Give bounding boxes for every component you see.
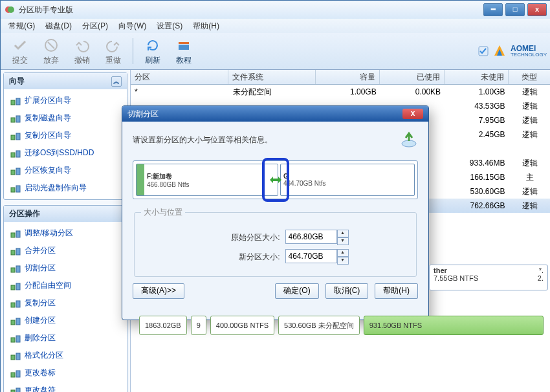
menu-settings[interactable]: 设置(S) — [151, 19, 188, 33]
close-button[interactable]: x — [527, 3, 547, 16]
sidebar-item[interactable]: 合并分区 — [6, 242, 124, 259]
orig-spin-up[interactable]: ▲ — [337, 230, 349, 237]
sidebar-item[interactable]: 复制分区 — [6, 294, 124, 312]
sidebar-item[interactable]: 分区恢复向导 — [6, 162, 124, 179]
svg-rect-8 — [16, 98, 20, 105]
svg-rect-11 — [11, 135, 15, 140]
titlebar: 分区助手专业版 ━ □ x — [1, 1, 550, 19]
svg-rect-14 — [16, 151, 20, 157]
svg-point-41 — [402, 140, 416, 147]
maximize-button[interactable]: □ — [505, 3, 525, 16]
segment-right[interactable]: G 464.70GB Ntfs — [280, 164, 415, 196]
sidebar-item[interactable]: 切割分区 — [6, 259, 124, 277]
svg-rect-19 — [11, 233, 15, 237]
svg-rect-18 — [16, 186, 20, 192]
refresh-button[interactable]: 刷新 — [137, 37, 168, 66]
svg-rect-25 — [11, 285, 15, 290]
app-icon — [5, 5, 15, 15]
partition-bar[interactable]: F:新加卷 466.80GB Ntfs G 464.70GB Ntfs — [133, 160, 418, 199]
new-spin-up[interactable]: ▲ — [337, 249, 349, 257]
svg-rect-15 — [11, 170, 15, 175]
disk-arrow-icon — [400, 131, 418, 149]
new-size-input[interactable] — [285, 249, 337, 263]
svg-rect-23 — [11, 268, 15, 272]
advanced-button[interactable]: 高级(A)>> — [133, 283, 184, 299]
commit-button[interactable]: 提交 — [5, 37, 36, 66]
dialog-message: 请设置新分区的大小与位置等相关信息。 — [133, 135, 272, 146]
disk-part2-cell[interactable]: 931.50GB NTFS — [364, 316, 544, 335]
collapse-icon[interactable]: ︽ — [111, 76, 122, 87]
svg-rect-38 — [16, 388, 20, 393]
disk-info-box[interactable]: ther*. 7.55GB NTFS2. — [429, 265, 548, 290]
redo-button[interactable]: 重做 — [98, 37, 129, 66]
disk-total-cell[interactable]: 1863.02GB — [139, 316, 187, 335]
svg-rect-13 — [11, 153, 15, 157]
orig-size-label: 原始分区大小: — [203, 232, 280, 243]
menu-disk[interactable]: 磁盘(D) — [40, 19, 77, 33]
sidebar-item[interactable]: 更改卷标 — [6, 364, 124, 382]
sidebar-item[interactable]: 格式化分区 — [6, 347, 124, 364]
group-legend: 大小与位置 — [141, 207, 185, 218]
dialog-titlebar[interactable]: 切割分区 x — [122, 106, 428, 122]
menu-help[interactable]: 帮助(H) — [188, 19, 225, 33]
minimize-button[interactable]: ━ — [483, 3, 503, 16]
orig-size-input[interactable] — [285, 230, 337, 244]
sidebar-item[interactable]: 启动光盘制作向导 — [6, 179, 124, 197]
svg-rect-31 — [11, 338, 15, 342]
ok-button[interactable]: 确定(O) — [275, 283, 318, 299]
orig-spin-down[interactable]: ▼ — [337, 237, 349, 245]
check-icon — [478, 46, 489, 56]
svg-rect-22 — [16, 248, 20, 255]
menu-wizard[interactable]: 向导(W) — [113, 19, 151, 33]
grid-header: 分区 文件系统 容量 已使用 未使用 类型 — [131, 70, 550, 85]
disk-part1-cell[interactable]: 400.00GB NTFS — [210, 316, 274, 335]
svg-point-1 — [8, 6, 14, 13]
svg-rect-20 — [16, 231, 20, 237]
new-spin-down[interactable]: ▼ — [337, 257, 349, 265]
sidebar-item[interactable]: 扩展分区向导 — [6, 92, 124, 109]
sidebar-item[interactable]: 更改盘符 — [6, 382, 124, 392]
dialog-close-button[interactable]: x — [402, 109, 423, 119]
svg-rect-16 — [16, 168, 20, 175]
menubar: 常规(G) 磁盘(D) 分区(P) 向导(W) 设置(S) 帮助(H) — [1, 19, 550, 33]
table-row[interactable]: *未分配空间1.00GB0.00KB1.00GB逻辑 — [131, 85, 550, 99]
menu-partition[interactable]: 分区(P) — [77, 19, 113, 33]
sidebar-item[interactable]: 创建分区 — [6, 312, 124, 329]
svg-rect-9 — [11, 118, 15, 122]
ops-panel-header[interactable]: 分区操作 — [4, 206, 127, 222]
split-partition-dialog: 切割分区 x 请设置新分区的大小与位置等相关信息。 F:新加卷 466.80GB… — [122, 105, 429, 320]
wizard-panel-header[interactable]: 向导︽ — [4, 73, 127, 89]
aomei-icon — [492, 44, 507, 58]
menu-general[interactable]: 常规(G) — [3, 19, 40, 33]
svg-rect-7 — [11, 100, 15, 105]
help-button[interactable]: 帮助(H) — [375, 283, 418, 299]
svg-rect-33 — [11, 355, 15, 360]
brand-logo[interactable]: AOMEITECHNOLOGY — [478, 44, 547, 58]
sidebar-item[interactable]: 复制分区向导 — [6, 127, 124, 144]
resize-arrow-icon[interactable] — [269, 175, 283, 184]
size-position-group: 大小与位置 原始分区大小: ▲▼ 新分区大小: ▲▼ — [134, 207, 417, 277]
tutorial-button[interactable]: 教程 — [168, 37, 199, 66]
undo-button[interactable]: 撤销 — [67, 37, 98, 66]
sidebar-item[interactable]: 迁移OS到SSD/HDD — [6, 144, 124, 162]
svg-rect-28 — [16, 301, 20, 307]
segment-left[interactable]: F:新加卷 466.80GB Ntfs — [136, 164, 278, 196]
svg-rect-4 — [179, 42, 189, 44]
sidebar-item[interactable]: 复制磁盘向导 — [6, 109, 124, 127]
cancel-button[interactable]: 取消(C) — [325, 283, 369, 299]
sidebar-item[interactable]: 调整/移动分区 — [6, 224, 124, 242]
svg-rect-17 — [11, 188, 15, 192]
svg-rect-30 — [16, 318, 20, 325]
disk-unalloc-cell[interactable]: 530.60GB 未分配空间 — [278, 316, 360, 335]
new-size-label: 新分区大小: — [203, 252, 280, 263]
sidebar: 向导︽ 扩展分区向导复制磁盘向导复制分区向导迁移OS到SSD/HDD分区恢复向导… — [1, 70, 131, 392]
sidebar-item[interactable]: 删除分区 — [6, 329, 124, 347]
svg-rect-36 — [16, 371, 20, 377]
svg-rect-32 — [16, 336, 20, 342]
sidebar-item[interactable]: 分配自由空间 — [6, 277, 124, 294]
discard-button[interactable]: 放弃 — [36, 37, 67, 66]
svg-rect-21 — [11, 250, 15, 255]
disk-map-row[interactable]: 1863.02GB 9 400.00GB NTFS 530.60GB 未分配空间… — [139, 316, 544, 335]
disk-index-cell[interactable]: 9 — [191, 316, 206, 335]
svg-rect-5 — [179, 45, 189, 50]
